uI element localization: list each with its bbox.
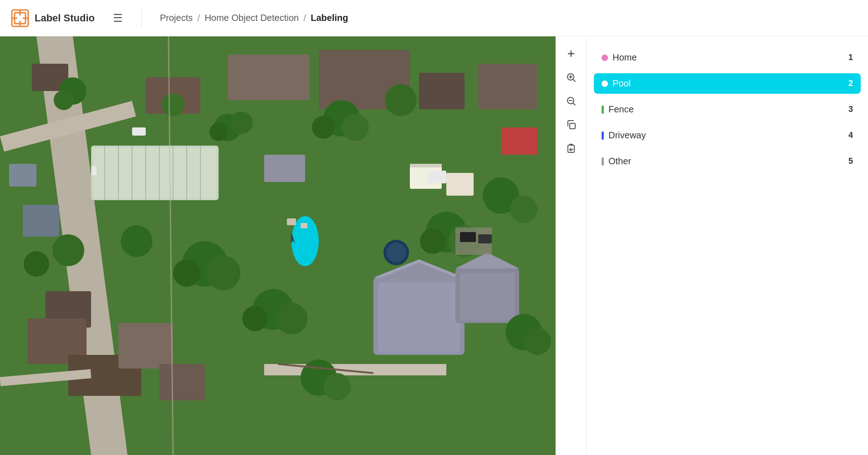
svg-point-53 (162, 93, 184, 116)
breadcrumb-sep-2: / (303, 12, 306, 24)
svg-rect-35 (446, 173, 474, 196)
svg-point-55 (54, 90, 74, 110)
svg-point-31 (386, 243, 406, 263)
label-item-driveway[interactable]: Driveway4 (594, 125, 861, 146)
svg-point-57 (342, 114, 369, 141)
svg-rect-97 (570, 123, 575, 129)
paste-button[interactable] (561, 138, 581, 158)
svg-rect-13 (419, 73, 465, 109)
svg-point-77 (524, 328, 551, 355)
logo-icon (11, 9, 29, 27)
svg-point-63 (276, 303, 307, 334)
label-dot-other (602, 157, 604, 166)
svg-point-64 (242, 306, 268, 331)
svg-point-75 (420, 228, 445, 254)
svg-line-96 (573, 103, 575, 105)
copy-button[interactable] (561, 115, 581, 135)
breadcrumb: Projects / Home Object Detection / Label… (160, 12, 348, 24)
menu-icon[interactable]: ☰ (113, 12, 123, 25)
logo: Label Studio (11, 9, 95, 27)
svg-rect-28 (132, 127, 146, 136)
svg-rect-11 (228, 55, 310, 100)
zoom-in-circle-button[interactable] (561, 67, 581, 87)
header: Label Studio ☰ Projects / Home Object De… (0, 0, 868, 36)
label-count-home: 1 (848, 53, 853, 62)
svg-point-66 (323, 373, 351, 400)
canvas-container[interactable] (0, 36, 556, 455)
toolbar (556, 36, 587, 455)
breadcrumb-sep-1: / (197, 12, 200, 24)
svg-rect-82 (91, 166, 97, 175)
label-name-fence: Fence (608, 104, 634, 115)
svg-rect-85 (287, 218, 296, 225)
label-item-pool[interactable]: Pool2 (594, 73, 861, 94)
label-item-other[interactable]: Other5 (594, 151, 861, 172)
label-dot-fence (602, 106, 604, 114)
svg-point-51 (230, 111, 253, 134)
label-count-fence: 3 (848, 105, 853, 114)
svg-rect-32 (264, 155, 305, 182)
svg-point-70 (121, 225, 153, 257)
svg-point-72 (24, 251, 49, 277)
svg-point-59 (385, 84, 417, 116)
svg-line-93 (573, 79, 575, 81)
label-name-pool: Pool (613, 78, 631, 89)
svg-point-52 (209, 123, 228, 141)
label-count-other: 5 (848, 157, 853, 166)
label-count-driveway: 4 (848, 131, 853, 140)
breadcrumb-current: Labeling (311, 13, 348, 23)
main-content: Home1Pool2Fence3Driveway4Other5 (0, 36, 868, 455)
label-dot-home (602, 55, 608, 61)
svg-rect-15 (501, 127, 537, 155)
header-divider (141, 9, 142, 27)
label-name-home: Home (613, 52, 637, 63)
svg-point-71 (52, 234, 84, 266)
svg-rect-34 (410, 164, 442, 167)
label-name-other: Other (608, 156, 631, 167)
svg-rect-79 (460, 232, 476, 242)
svg-rect-47 (159, 364, 205, 400)
aerial-image (0, 36, 556, 455)
label-item-fence[interactable]: Fence3 (594, 99, 861, 120)
zoom-in-button[interactable] (561, 44, 581, 64)
label-dot-driveway (602, 131, 604, 140)
zoom-out-button[interactable] (561, 91, 581, 111)
label-count-pool: 2 (848, 79, 853, 88)
svg-rect-41 (460, 273, 515, 321)
svg-point-61 (510, 196, 537, 223)
svg-rect-14 (478, 64, 537, 109)
svg-rect-46 (118, 323, 173, 369)
aerial-svg (0, 36, 556, 455)
svg-rect-37 (378, 282, 460, 353)
svg-rect-19 (93, 148, 216, 198)
svg-rect-80 (478, 234, 492, 243)
svg-point-68 (206, 256, 240, 290)
breadcrumb-project-name[interactable]: Home Object Detection (204, 13, 299, 23)
svg-point-58 (312, 116, 335, 139)
label-name-driveway: Driveway (608, 130, 646, 141)
svg-rect-83 (428, 171, 446, 183)
labels-panel: Home1Pool2Fence3Driveway4Other5 (587, 36, 868, 455)
label-item-home[interactable]: Home1 (594, 47, 861, 68)
breadcrumb-projects[interactable]: Projects (160, 13, 193, 23)
svg-point-69 (173, 259, 200, 287)
logo-text: Label Studio (35, 12, 95, 24)
svg-rect-86 (301, 223, 307, 228)
svg-rect-17 (23, 205, 59, 237)
svg-rect-16 (9, 164, 36, 187)
label-dot-pool (602, 81, 608, 87)
